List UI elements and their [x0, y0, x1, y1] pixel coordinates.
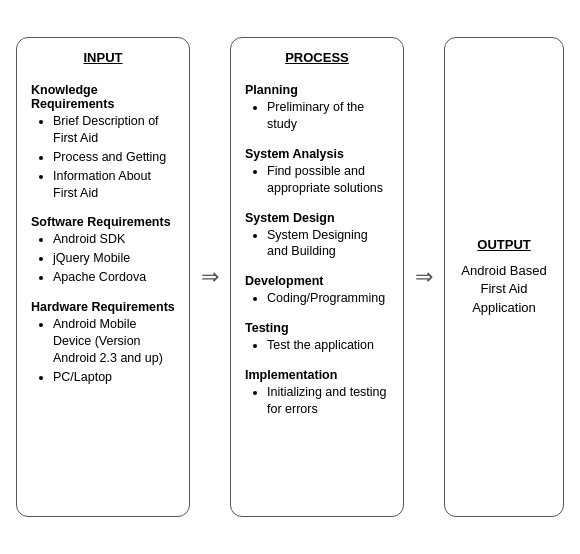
system-analysis-label: System Analysis [245, 147, 389, 161]
output-box: OUTPUT Android Based First Aid Applicati… [444, 37, 564, 517]
testing-list: Test the application [245, 337, 389, 356]
knowledge-req-list: Brief Description of First Aid Process a… [31, 113, 175, 203]
list-item: Apache Cordova [53, 269, 175, 286]
list-item: Information About First Aid [53, 168, 175, 202]
development-label: Development [245, 274, 389, 288]
list-item: Brief Description of First Aid [53, 113, 175, 147]
software-req-label: Software Requirements [31, 215, 175, 229]
input-box: INPUT Knowledge Requirements Brief Descr… [16, 37, 190, 517]
process-box: PROCESS Planning Preliminary of the stud… [230, 37, 404, 517]
list-item: Initializing and testing for errors [267, 384, 389, 418]
planning-label: Planning [245, 83, 389, 97]
output-text: Android Based First Aid Application [459, 262, 549, 317]
hardware-req-list: Android Mobile Device (Version Android 2… [31, 316, 175, 388]
arrow-icon: ⇒ [201, 266, 219, 288]
diagram: INPUT Knowledge Requirements Brief Descr… [0, 21, 580, 533]
list-item: Process and Getting [53, 149, 175, 166]
development-list: Coding/Programming [245, 290, 389, 309]
list-item: jQuery Mobile [53, 250, 175, 267]
testing-label: Testing [245, 321, 389, 335]
software-req-list: Android SDK jQuery Mobile Apache Cordova [31, 231, 175, 288]
process-title: PROCESS [245, 50, 389, 65]
input-title: INPUT [31, 50, 175, 65]
knowledge-req-label: Knowledge Requirements [31, 83, 175, 111]
arrow-2: ⇒ [404, 266, 444, 288]
list-item: Coding/Programming [267, 290, 389, 307]
system-analysis-list: Find possible and appropriate solutions [245, 163, 389, 199]
list-item: System Designing and Building [267, 227, 389, 261]
implementation-label: Implementation [245, 368, 389, 382]
list-item: Preliminary of the study [267, 99, 389, 133]
list-item: Find possible and appropriate solutions [267, 163, 389, 197]
implementation-list: Initializing and testing for errors [245, 384, 389, 420]
list-item: Android SDK [53, 231, 175, 248]
arrow-icon: ⇒ [415, 266, 433, 288]
planning-list: Preliminary of the study [245, 99, 389, 135]
list-item: Android Mobile Device (Version Android 2… [53, 316, 175, 367]
arrow-1: ⇒ [190, 266, 230, 288]
list-item: Test the application [267, 337, 389, 354]
hardware-req-label: Hardware Requirements [31, 300, 175, 314]
system-design-list: System Designing and Building [245, 227, 389, 263]
output-title: OUTPUT [477, 237, 530, 252]
system-design-label: System Design [245, 211, 389, 225]
list-item: PC/Laptop [53, 369, 175, 386]
